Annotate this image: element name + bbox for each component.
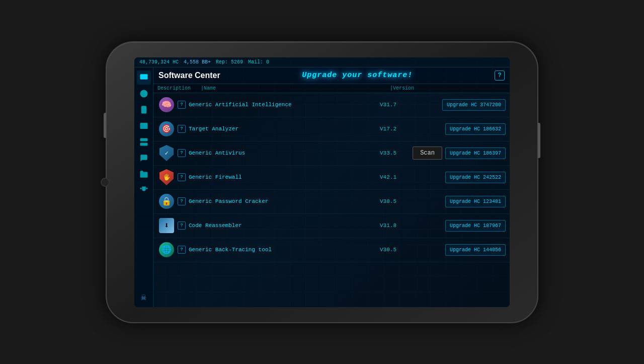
help-icon-antivirus[interactable]: ?	[178, 149, 186, 157]
software-icon-target: 🎯	[157, 120, 176, 138]
scan-button[interactable]: Scan	[413, 147, 442, 160]
row-actions-firewall: Upgrade HC 242522	[405, 172, 506, 183]
bb-balance: 4,558 BB+	[184, 59, 211, 65]
sidebar-item-server[interactable]	[137, 135, 151, 149]
main-layout: ☠ Software Center Upgrade your software!…	[134, 67, 510, 307]
software-name-firewall: Generic Firewall	[189, 174, 380, 180]
help-icon-password[interactable]: ?	[178, 197, 186, 205]
help-icon-firewall[interactable]: ?	[178, 173, 186, 181]
upgrade-button-target[interactable]: Upgrade HC 186632	[445, 123, 506, 135]
software-version-ai: V31.7	[380, 102, 405, 108]
upgrade-button-reassembler[interactable]: Upgrade HC 187967	[445, 220, 506, 232]
sidebar-item-skull[interactable]: ☠	[137, 290, 151, 304]
upgrade-button-firewall[interactable]: Upgrade HC 242522	[445, 172, 506, 183]
clipboard-icon	[139, 105, 148, 114]
software-version-target: V17.2	[380, 126, 405, 132]
col-header-description: Description	[157, 86, 183, 91]
software-version-firewall: V42.1	[380, 174, 405, 180]
row-actions-reassembler: Upgrade HC 187967	[405, 220, 506, 232]
column-headers: Description |Name |Version	[153, 84, 510, 93]
phone-screen: 48,739,324 HC 4,558 BB+ Rep: 5269 Mail: …	[134, 57, 510, 307]
software-name-ai: Generic Artificial Intelligence	[189, 102, 380, 108]
content-header: Software Center Upgrade your software! ?	[153, 67, 510, 84]
svg-point-6	[145, 139, 146, 140]
help-icon-target[interactable]: ?	[178, 125, 186, 133]
help-icon-ai[interactable]: ?	[178, 101, 186, 109]
software-version-backtrace: V30.5	[380, 247, 405, 253]
content-area: Software Center Upgrade your software! ?…	[153, 67, 510, 307]
table-row: ✓ ? Generic Antivirus V33.5 Scan Upgrade…	[153, 141, 510, 166]
sidebar-item-folder[interactable]	[137, 167, 151, 181]
software-name-backtrace: Generic Back-Tracing tool	[189, 247, 380, 253]
svg-rect-2	[141, 106, 146, 113]
table-row: 🖐 ? Generic Firewall V42.1 Upgrade HC 24…	[153, 166, 510, 190]
col-header-name: |Name	[201, 86, 390, 91]
upgrade-button-password[interactable]: Upgrade HC 123481	[445, 196, 506, 207]
row-actions-target: Upgrade HC 186632	[405, 123, 506, 135]
svg-rect-0	[140, 74, 147, 80]
software-icon-password: 🔒	[157, 192, 176, 210]
col-header-version: |Version	[390, 86, 430, 91]
svg-point-7	[145, 143, 146, 144]
row-actions-backtrace: Upgrade HC 144056	[405, 244, 506, 256]
upgrade-button-ai[interactable]: Upgrade HC 3747200	[442, 99, 506, 111]
page-subtitle: Upgrade your software!	[302, 71, 413, 80]
sidebar-item-globe[interactable]	[137, 87, 151, 101]
volume-button[interactable]	[104, 113, 106, 138]
table-row: 🧠 ? Generic Artificial Intelligence V31.…	[153, 93, 510, 117]
software-icon-reassembler: ⬇	[157, 216, 176, 235]
folder-icon	[139, 170, 148, 179]
rep-value: Rep: 5269	[216, 59, 243, 65]
software-name-reassembler: Code Reassembler	[189, 223, 380, 229]
chat-icon	[139, 154, 148, 163]
software-list: 🧠 ? Generic Artificial Intelligence V31.…	[153, 93, 510, 307]
software-version-antivirus: V33.5	[380, 150, 405, 156]
mail-value: Mail: 0	[248, 59, 269, 65]
globe-icon	[139, 89, 148, 98]
upgrade-button-backtrace[interactable]: Upgrade HC 144056	[445, 244, 506, 256]
table-row: 🔒 ? Generic Password Cracker V38.5 Upgra…	[153, 190, 510, 214]
software-icon-ai: 🧠	[157, 96, 176, 114]
upgrade-button-antivirus[interactable]: Upgrade HC 186397	[445, 148, 506, 159]
status-bar: 48,739,324 HC 4,558 BB+ Rep: 5269 Mail: …	[134, 57, 510, 67]
power-button[interactable]	[538, 123, 540, 158]
sidebar-item-monitor[interactable]	[137, 70, 151, 85]
terminal-icon	[139, 121, 148, 130]
help-button[interactable]: ?	[495, 70, 505, 81]
software-icon-backtrace: 🌐	[157, 241, 176, 259]
server-icon	[139, 137, 148, 147]
help-icon-backtrace[interactable]: ?	[178, 246, 186, 254]
software-name-antivirus: Generic Antivirus	[189, 150, 380, 156]
software-name-password: Generic Password Cracker	[189, 198, 380, 204]
svg-rect-3	[140, 123, 147, 129]
monitor-icon	[139, 73, 148, 82]
software-name-target: Target Analyzer	[189, 126, 380, 132]
sidebar-item-chat[interactable]	[137, 151, 151, 165]
phone-frame: 48,739,324 HC 4,558 BB+ Rep: 5269 Mail: …	[106, 41, 538, 323]
sidebar-item-clipboard[interactable]	[137, 103, 151, 117]
table-row: 🌐 ? Generic Back-Tracing tool V30.5 Upgr…	[153, 238, 510, 262]
sidebar-item-trophy[interactable]	[137, 183, 151, 197]
software-version-reassembler: V31.8	[380, 223, 405, 229]
software-icon-antivirus: ✓	[157, 144, 176, 162]
help-icon-reassembler[interactable]: ?	[178, 222, 186, 230]
sidebar: ☠	[134, 67, 153, 307]
page-title: Software Center	[158, 71, 220, 80]
trophy-icon	[139, 186, 148, 195]
row-actions-antivirus: Scan Upgrade HC 186397	[405, 147, 506, 160]
table-row: ⬇ ? Code Reassembler V31.8 Upgrade HC 18…	[153, 214, 510, 238]
software-icon-firewall: 🖐	[157, 168, 176, 186]
hc-balance: 48,739,324 HC	[139, 59, 179, 65]
app-screen: 48,739,324 HC 4,558 BB+ Rep: 5269 Mail: …	[134, 57, 510, 307]
software-version-password: V38.5	[380, 198, 405, 204]
table-row: 🎯 ? Target Analyzer V17.2 Upgrade HC 186…	[153, 117, 510, 141]
row-actions-ai: Upgrade HC 3747200	[405, 99, 506, 111]
row-actions-password: Upgrade HC 123481	[405, 196, 506, 207]
camera	[101, 178, 110, 187]
sidebar-item-terminal[interactable]	[137, 119, 151, 133]
